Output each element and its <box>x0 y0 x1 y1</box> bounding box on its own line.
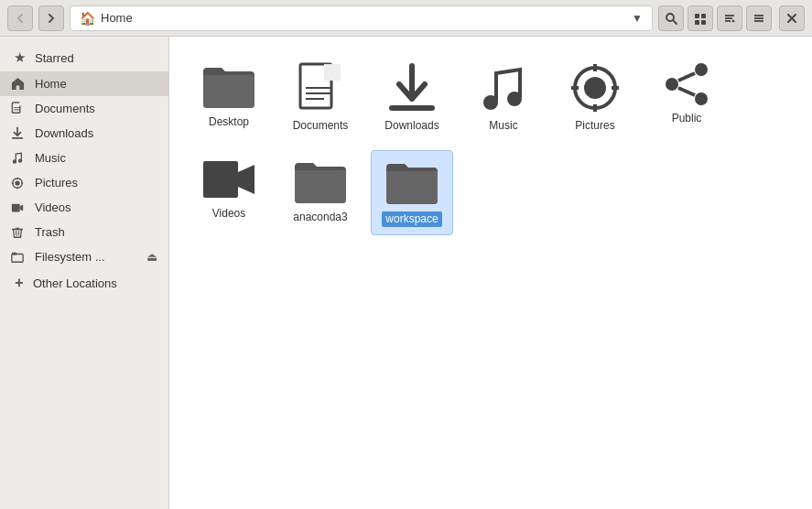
svg-line-50 <box>678 73 695 81</box>
sidebar-videos-label: Videos <box>35 200 71 214</box>
sidebar-item-other-locations[interactable]: + Other Locations <box>0 269 168 297</box>
svg-point-20 <box>18 158 22 162</box>
trash-icon <box>11 226 27 239</box>
svg-rect-4 <box>695 20 699 25</box>
svg-rect-52 <box>203 161 238 198</box>
sidebar-item-videos[interactable]: Videos <box>0 195 168 220</box>
sidebar-item-home[interactable]: Home <box>0 71 168 96</box>
sort-dropdown-button[interactable] <box>717 5 742 31</box>
menu-button[interactable] <box>746 5 772 31</box>
sidebar-music-label: Music <box>35 151 66 165</box>
svg-point-47 <box>695 63 708 76</box>
sort-dropdown-icon <box>723 12 736 25</box>
view-icon <box>694 12 707 25</box>
svg-rect-15 <box>19 103 23 106</box>
share-folder-icon <box>661 62 712 106</box>
svg-rect-3 <box>701 14 706 18</box>
breadcrumb-label: Home <box>101 11 133 25</box>
svg-rect-2 <box>695 14 699 18</box>
sidebar-starred-label: Starred <box>35 51 74 65</box>
file-label: workspace <box>382 211 441 228</box>
header-actions <box>658 5 805 31</box>
svg-line-51 <box>678 88 695 95</box>
breadcrumb-dropdown-icon[interactable]: ▼ <box>632 12 643 25</box>
file-item[interactable]: Downloads <box>371 55 453 141</box>
file-grid: Desktop Documents Downloads Music <box>188 55 794 235</box>
folder-folder-icon <box>384 158 439 206</box>
file-item[interactable]: Videos <box>188 150 270 236</box>
sidebar-home-label: Home <box>35 77 67 91</box>
svg-rect-34 <box>324 64 341 81</box>
downloads-icon <box>11 126 27 140</box>
sidebar-trash-label: Trash <box>35 225 65 239</box>
file-label: anaconda3 <box>293 211 347 225</box>
sidebar-item-filesystem[interactable]: Filesystem ... ⏏ <box>0 244 168 269</box>
home-breadcrumb-icon: 🏠 <box>80 11 95 26</box>
svg-point-49 <box>695 92 708 105</box>
breadcrumb[interactable]: 🏠 Home ▼ <box>70 5 653 31</box>
other-locations-icon: + <box>11 275 27 291</box>
documents-icon <box>11 102 27 115</box>
view-button[interactable] <box>687 5 713 31</box>
starred-icon: ★ <box>11 49 27 66</box>
file-label: Music <box>489 119 517 134</box>
sidebar-item-documents[interactable]: Documents <box>0 96 168 121</box>
sidebar-documents-label: Documents <box>35 102 95 115</box>
filesystem-icon <box>11 251 27 264</box>
file-label: Downloads <box>384 119 438 134</box>
file-label: Desktop <box>209 115 249 130</box>
svg-point-42 <box>584 77 606 99</box>
svg-point-19 <box>13 159 16 163</box>
close-button[interactable] <box>779 5 805 31</box>
svg-point-48 <box>666 78 678 91</box>
videos-folder-icon <box>201 157 256 201</box>
music-icon <box>11 151 27 165</box>
forward-icon <box>46 13 57 24</box>
sidebar-item-starred[interactable]: ★ Starred <box>0 44 168 71</box>
sidebar-downloads-label: Downloads <box>35 126 93 140</box>
documents-folder-icon <box>298 62 342 114</box>
pictures-icon <box>11 177 27 190</box>
sidebar-item-downloads[interactable]: Downloads <box>0 121 168 146</box>
search-button[interactable] <box>658 5 684 31</box>
file-label: Pictures <box>575 119 614 134</box>
svg-line-1 <box>674 20 677 24</box>
sidebar-item-pictures[interactable]: Pictures <box>0 170 168 195</box>
sidebar-pictures-label: Pictures <box>35 176 78 190</box>
sidebar-item-music[interactable]: Music <box>0 146 168 170</box>
videos-icon <box>11 201 27 214</box>
sidebar-other-locations-label: Other Locations <box>33 276 117 290</box>
main-content: ★ Starred Home Documents <box>0 37 812 509</box>
svg-point-39 <box>483 95 498 110</box>
svg-point-0 <box>666 14 674 21</box>
sidebar-item-trash[interactable]: Trash <box>0 220 168 244</box>
svg-point-40 <box>507 92 522 106</box>
file-item[interactable]: Pictures <box>554 55 636 141</box>
back-button[interactable] <box>7 5 33 31</box>
pictures-folder-icon <box>569 62 621 114</box>
file-item[interactable]: Desktop <box>188 55 270 141</box>
file-label: Videos <box>212 207 245 222</box>
folder-folder-icon <box>293 157 348 205</box>
sidebar: ★ Starred Home Documents <box>0 37 169 509</box>
svg-point-22 <box>15 180 19 185</box>
header: 🏠 Home ▼ <box>0 0 812 37</box>
file-item[interactable]: workspace <box>371 150 453 236</box>
file-label: Documents <box>293 119 349 134</box>
file-item[interactable]: anaconda3 <box>279 150 362 236</box>
close-icon <box>786 13 797 24</box>
menu-icon <box>752 12 765 25</box>
search-icon <box>665 12 677 25</box>
home-icon <box>11 77 27 91</box>
back-icon <box>15 13 26 24</box>
file-item[interactable]: Public <box>645 55 728 141</box>
sidebar-filesystem-label: Filesystem ... <box>35 250 105 264</box>
downloads-folder-icon <box>386 62 438 114</box>
file-item[interactable]: Documents <box>279 55 362 141</box>
svg-rect-5 <box>701 20 706 25</box>
file-item[interactable]: Music <box>462 55 545 141</box>
forward-button[interactable] <box>38 5 64 31</box>
eject-button[interactable]: ⏏ <box>146 250 157 264</box>
file-area: Desktop Documents Downloads Music <box>169 37 812 509</box>
folder-folder-icon <box>201 62 256 110</box>
